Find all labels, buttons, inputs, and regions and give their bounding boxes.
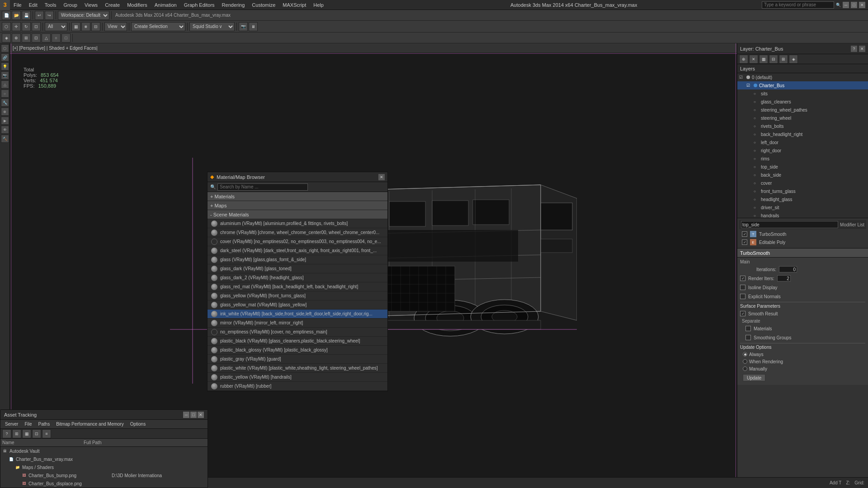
sidebar-shape[interactable]: ○ (1, 89, 9, 98)
menu-help[interactable]: Help (310, 1, 327, 9)
mat-item-4[interactable]: glass (VRayMtl) [glass,glass_fornt_&_sid… (208, 255, 387, 264)
mat-browser-close[interactable]: ✕ (378, 174, 385, 180)
mat-item-2[interactable]: cover (VRayMtl) [no_emptiness02, no_empt… (208, 237, 387, 246)
menu-graph-editors[interactable]: Graph Editors (180, 1, 218, 9)
sidebar-link[interactable]: 🔗 (1, 53, 9, 61)
tb-render-frame[interactable]: 🖥 (249, 22, 258, 31)
layer-tb-1[interactable]: ⊕ (739, 55, 748, 64)
selection-filter[interactable]: All (45, 22, 67, 31)
asset-menu-options[interactable]: Options (127, 421, 148, 427)
layer-headlight-glass[interactable]: ○ headlight_glass (737, 195, 868, 203)
asset-item-vault[interactable]: 🏛 Autodesk Vault (0, 447, 208, 455)
layer-steering-wheel[interactable]: ○ steering_wheel (737, 114, 868, 122)
when-rendering-radio[interactable] (743, 359, 747, 364)
layer-sits[interactable]: ○ sits (737, 89, 868, 98)
tb-rotate[interactable]: ↻ (22, 22, 31, 31)
layer-0-default[interactable]: ☑ 0 (default) (737, 73, 868, 81)
asset-menu-server[interactable]: Server (2, 421, 21, 427)
layer-cover[interactable]: ○ cover (737, 179, 868, 187)
tb-save[interactable]: 💾 (22, 11, 31, 20)
asset-tb-3[interactable]: ▦ (22, 429, 31, 438)
mat-item-10[interactable]: ink_white (VRayMtl) [back_side,front_sid… (208, 310, 387, 319)
rp-close[interactable]: ✕ (859, 46, 865, 52)
sidebar-geo[interactable]: △ (1, 80, 9, 89)
sidebar-util[interactable]: 🔨 (1, 135, 9, 143)
layer-rivets[interactable]: ○ rivets_bolts (737, 122, 868, 130)
layer-back-hl-right[interactable]: ○ back_headlight_right (737, 130, 868, 138)
layer-back-side[interactable]: ○ back_side (737, 171, 868, 179)
tb-align[interactable]: ⊟ (91, 22, 100, 31)
menu-modifiers[interactable]: Modifiers (123, 1, 151, 9)
scene-materials-section[interactable]: - Scene Materials (208, 210, 387, 219)
tb-open[interactable]: 📂 (12, 11, 21, 20)
close-button[interactable]: ✕ (859, 2, 865, 8)
tb4-2[interactable]: ⊕ (12, 33, 21, 42)
tb-scale[interactable]: ⊡ (32, 22, 41, 31)
layer-tb-3[interactable]: ▦ (759, 55, 768, 64)
mat-item-0[interactable]: aluminium (VRayMtl) [aluminium,profiled_… (208, 219, 387, 228)
minimize-button[interactable]: ─ (843, 2, 849, 8)
mat-item-12[interactable]: no_emptiness (VRayMtl) [cover, no_emptin… (208, 328, 387, 337)
mat-item-1[interactable]: chrome (VRayMtl) [chrome, wheel_chrome_c… (208, 228, 387, 237)
editable-poly-check[interactable]: ✓ (742, 239, 747, 245)
asset-tb-1[interactable]: ? (2, 429, 11, 438)
tb-move[interactable]: ✛ (12, 22, 21, 31)
isoline-check[interactable] (740, 285, 745, 290)
tb-undo[interactable]: ↩ (35, 11, 44, 20)
sidebar-light[interactable]: 💡 (1, 62, 9, 70)
turbosmooth-check[interactable]: ✓ (742, 231, 747, 237)
mat-item-8[interactable]: glass_yellow (VRayMtl) [front_turns_glas… (208, 291, 387, 300)
tb-mirror[interactable]: ⧻ (81, 22, 90, 31)
view-dropdown[interactable]: View (104, 22, 127, 31)
layer-glass-cleaners[interactable]: ○ glass_cleaners (737, 98, 868, 106)
layer-right-door[interactable]: ○ right_door (737, 146, 868, 155)
sidebar-select[interactable]: ⬡ (1, 44, 9, 52)
always-radio[interactable] (743, 352, 747, 357)
mat-item-6[interactable]: glass_dark_2 (VRayMtl) [headlight_glass] (208, 273, 387, 282)
tb4-6[interactable]: ○ (52, 33, 61, 42)
menu-group[interactable]: Group (60, 1, 81, 9)
asset-item-bump[interactable]: 🖼 Charter_Bus_bump.png D:\3D Molier Inte… (0, 471, 208, 479)
layer-charter-bus[interactable]: ☑ Charter_Bus (737, 81, 868, 89)
smoothing-groups-check[interactable] (745, 335, 751, 340)
menu-create[interactable]: Create (101, 1, 123, 9)
sidebar-cam[interactable]: 📷 (1, 71, 9, 80)
layer-handrails[interactable]: ○ handrails (737, 211, 868, 218)
mat-item-14[interactable]: plastic_black_glossy (VRayMtl) [plastic_… (208, 346, 387, 355)
asset-item-displace[interactable]: 🖼 Charter_Bus_displace.png (0, 479, 208, 488)
squid-dropdown[interactable]: Squid Studio v (189, 22, 235, 31)
render-iters-check[interactable]: ✓ (740, 276, 745, 281)
tb4-5[interactable]: △ (42, 33, 51, 42)
sidebar-modify[interactable]: 🔧 (1, 99, 9, 107)
menu-views[interactable]: Views (81, 1, 101, 9)
tb-new[interactable]: 📄 (2, 11, 11, 20)
smooth-result-check[interactable]: ✓ (740, 311, 745, 316)
modifier-turbosmooth[interactable]: ✓ T TurboSmooth (739, 230, 866, 238)
layer-rims[interactable]: ○ rims (737, 155, 868, 163)
asset-menu-paths[interactable]: Paths (36, 421, 53, 427)
tb-redo[interactable]: ↪ (45, 11, 54, 20)
layer-tb-2[interactable]: ✕ (749, 55, 758, 64)
maps-section[interactable]: + Maps (208, 201, 387, 210)
asset-item-max-file[interactable]: 📄 Charter_Bus_max_vray.max (0, 455, 208, 463)
layer-driver-sit[interactable]: ○ driver_sit (737, 203, 868, 211)
mat-item-15[interactable]: plastic_gray (VRayMtl) [guard] (208, 355, 387, 364)
menu-animation[interactable]: Animation (151, 1, 180, 9)
search-icon[interactable]: 🔍 (836, 3, 841, 7)
asset-tb-5[interactable]: ≡ (42, 429, 51, 438)
asset-menu-file[interactable]: File (22, 421, 34, 427)
layer-tb-4[interactable]: ⊟ (769, 55, 778, 64)
materials-section[interactable]: + Materials (208, 192, 387, 201)
menu-edit[interactable]: Edit (25, 1, 41, 9)
layer-left-door[interactable]: ○ left_door (737, 138, 868, 146)
mat-items-list[interactable]: aluminium (VRayMtl) [aluminium,profiled_… (208, 219, 387, 391)
mat-item-9[interactable]: glass_yellow_mat (VRayMtl) [glass_yellow… (208, 300, 387, 310)
rp-help[interactable]: ? (851, 46, 857, 52)
menu-maxscript[interactable]: MAXScript (279, 1, 310, 9)
tb-render[interactable]: 📷 (239, 22, 248, 31)
layer-steering-pathes[interactable]: ○ steering_wheel_pathes (737, 106, 868, 114)
tb4-3[interactable]: ⊞ (22, 33, 31, 42)
manually-radio[interactable] (743, 366, 747, 371)
mat-item-11[interactable]: mirror (VRayMtl) [mirror_left, mirror_ri… (208, 319, 387, 328)
asset-tb-2[interactable]: ⊞ (12, 429, 21, 438)
